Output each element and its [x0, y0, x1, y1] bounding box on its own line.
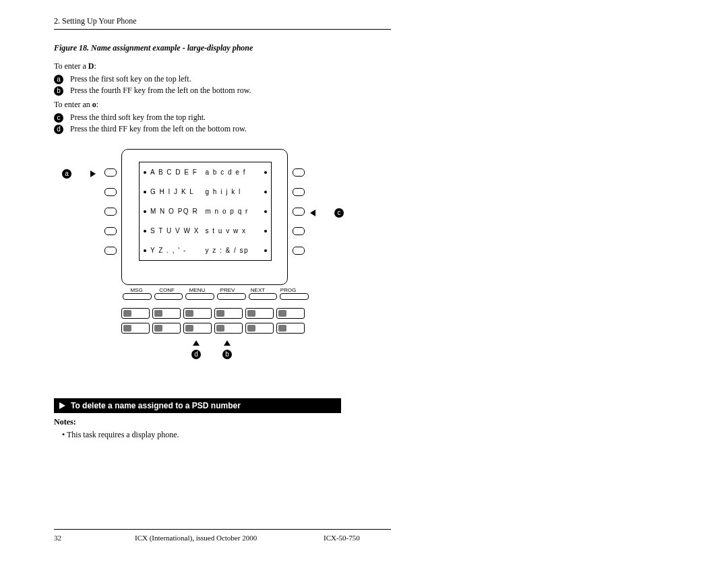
fn-label-msg: MSG [121, 287, 152, 293]
notes-label: Notes: [54, 417, 391, 427]
triangle-icon [59, 402, 65, 409]
dot-icon [144, 249, 146, 252]
page-footer: 32 ICX (International), issued October 2… [54, 529, 391, 542]
lcd-screen: A B C D E Fa b c d e f G H I J K Lg h i … [139, 162, 272, 261]
section-heading-text: To delete a name assigned to a PSD numbe… [71, 401, 241, 410]
lcd-row-5-right: y z : & / sp [206, 247, 261, 254]
dot-icon [144, 210, 146, 213]
softkey-right-3[interactable] [293, 208, 305, 216]
note-item: This task requires a display phone. [62, 430, 391, 440]
fn-label-next: NEXT [243, 287, 273, 293]
function-keys [121, 293, 310, 300]
dot-icon [264, 210, 267, 213]
softkey-left-2[interactable] [104, 188, 117, 196]
softkey-left-1[interactable] [104, 168, 117, 177]
enter-o-line: To enter an o: [54, 100, 391, 110]
enter-d-line: To enter a D: [54, 61, 391, 71]
step-b: b Press the fourth FF key from the left … [54, 86, 391, 96]
lcd-row-5: Y Z . , ' -y z : & / sp [140, 241, 271, 260]
step-c-marker: c [54, 113, 63, 123]
lcd-row-3: M N O PQ Rm n o p q r [140, 201, 271, 221]
ff-key[interactable] [245, 308, 274, 319]
callout-c-marker: c [334, 208, 344, 218]
fn-key[interactable] [249, 293, 278, 300]
lcd-row-1: A B C D E Fa b c d e f [140, 162, 271, 182]
callout-b-marker: b [222, 350, 232, 359]
softkey-left-4[interactable] [104, 227, 117, 235]
softkey-left-5[interactable] [104, 247, 117, 255]
dot-icon [264, 249, 267, 252]
footer-doc-code: ICX-50-750 [324, 534, 391, 542]
lcd-row-4-left: S T U V W X [150, 227, 206, 235]
lcd-row-3-right: m n o p q r [206, 208, 261, 215]
ff-key[interactable] [245, 323, 274, 334]
softkey-right-1[interactable] [293, 168, 305, 177]
fn-label-prog: PROG [273, 287, 303, 293]
fn-key[interactable] [154, 293, 183, 300]
callout-a: a [62, 169, 96, 179]
figure-caption: Figure 18. Name assignment example - lar… [54, 43, 391, 53]
step-b-text: Press the fourth FF key from the left on… [70, 86, 251, 96]
fn-label-conf: CONF [152, 287, 182, 293]
ff-key-grid [121, 308, 305, 334]
ff-key[interactable] [214, 308, 243, 319]
dot-icon [144, 230, 146, 232]
running-header: 2. Setting Up Your Phone [54, 16, 391, 29]
enter-d-prefix: To enter a [54, 61, 88, 71]
ff-key[interactable] [183, 308, 212, 319]
fn-key[interactable] [185, 293, 214, 300]
fn-key[interactable] [217, 293, 246, 300]
step-c-text: Press the third soft key from the top ri… [70, 113, 206, 123]
ff-key[interactable] [276, 323, 305, 334]
lcd-row-4: S T U V W Xs t u v w x [140, 221, 271, 241]
callout-b: b [222, 340, 232, 359]
softkey-right-5[interactable] [293, 247, 305, 255]
enter-o-prefix: To enter an [54, 100, 92, 109]
footer-page-number: 32 [54, 534, 135, 542]
softkey-left-3[interactable] [104, 208, 117, 216]
lcd-row-4-right: s t u v w x [206, 227, 261, 235]
softkey-right-4[interactable] [293, 227, 305, 235]
ff-key[interactable] [121, 323, 150, 334]
section-heading-bar: To delete a name assigned to a PSD numbe… [54, 398, 341, 413]
callout-d: d [191, 340, 201, 359]
function-labels: MSG CONF MENU PREV NEXT PROG [121, 287, 310, 293]
dot-icon [264, 171, 267, 174]
step-d-marker: d [54, 125, 63, 134]
callout-c: c [310, 208, 344, 218]
step-d: d Press the third FF key from the left o… [54, 124, 391, 134]
step-a-marker: a [54, 75, 63, 84]
lcd-row-5-left: Y Z . , ' - [150, 247, 206, 254]
lcd-row-2: G H I J K Lg h i j k l [140, 182, 271, 201]
lcd-row-1-right: a b c d e f [206, 168, 261, 176]
step-d-text: Press the third FF key from the left on … [70, 124, 247, 134]
enter-o-suffix: : [96, 100, 98, 109]
lcd-row-3-left: M N O PQ R [150, 208, 206, 215]
lcd-row-2-left: G H I J K L [150, 188, 206, 195]
step-a-text: Press the first soft key on the top left… [70, 74, 191, 84]
ff-key[interactable] [276, 308, 305, 319]
enter-d-suffix: : [94, 61, 96, 71]
step-b-marker: b [54, 86, 63, 96]
softkey-right-2[interactable] [293, 188, 305, 196]
ff-key[interactable] [121, 308, 150, 319]
lcd-row-1-left: A B C D E F [150, 168, 206, 176]
ff-key[interactable] [214, 323, 243, 334]
callout-a-marker: a [62, 169, 71, 179]
fn-key[interactable] [123, 293, 152, 300]
dot-icon [144, 171, 146, 174]
step-a: a Press the first soft key on the top le… [54, 74, 391, 84]
lcd-row-2-right: g h i j k l [206, 188, 261, 195]
fn-key[interactable] [280, 293, 309, 300]
dot-icon [264, 230, 267, 232]
ff-key[interactable] [152, 308, 181, 319]
screen-frame: A B C D E Fa b c d e f G H I J K Lg h i … [121, 149, 288, 285]
ff-key[interactable] [152, 323, 181, 334]
callout-d-marker: d [191, 350, 201, 359]
footer-center: ICX (International), issued October 2000 [135, 534, 324, 542]
ff-key[interactable] [183, 323, 212, 334]
header-rule [54, 29, 391, 30]
phone-diagram: a c A B C D E Fa b c d e f G H I J K Lg … [94, 149, 324, 392]
step-c: c Press the third soft key from the top … [54, 113, 391, 123]
dot-icon [264, 191, 267, 193]
